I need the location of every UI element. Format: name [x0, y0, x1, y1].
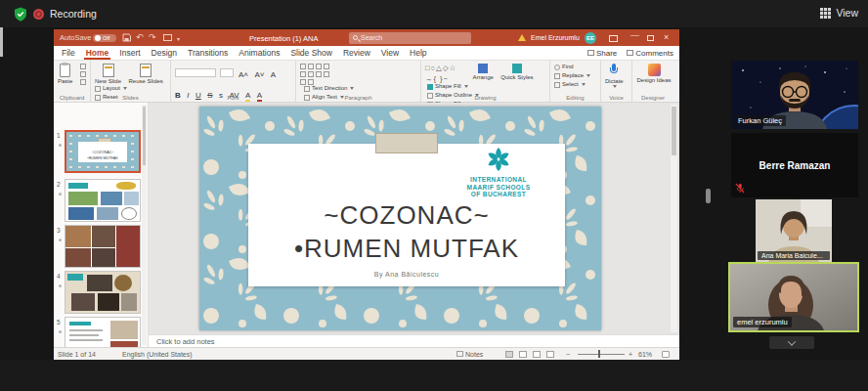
transition-dot-icon — [59, 239, 62, 241]
transition-dot-icon — [59, 193, 62, 196]
tab-insert[interactable]: Insert — [119, 46, 140, 60]
account-avatar[interactable]: EE — [585, 32, 596, 44]
slide-thumbnail-3[interactable] — [65, 225, 141, 268]
redo-icon[interactable]: ↷ — [149, 32, 156, 42]
minimize-icon[interactable]: — — [630, 30, 639, 40]
slide-thumbnail-5[interactable] — [65, 317, 141, 347]
recording-indicator[interactable]: Recording — [33, 8, 97, 20]
font-size-box[interactable] — [220, 68, 234, 77]
tab-help[interactable]: Help — [410, 46, 426, 60]
slide-counter[interactable]: Slide 1 of 14 — [58, 351, 96, 358]
notes-toggle[interactable]: Notes — [456, 351, 483, 358]
tab-review[interactable]: Review — [343, 46, 370, 60]
align-right-icon[interactable] — [316, 71, 322, 77]
format-painter-icon[interactable] — [80, 79, 86, 85]
bullets-icon[interactable] — [300, 64, 306, 69]
fit-to-window-icon[interactable] — [662, 351, 670, 358]
justify-icon[interactable] — [324, 71, 329, 77]
tab-home[interactable]: Home — [86, 46, 109, 60]
encryption-shield-icon[interactable] — [14, 7, 27, 22]
layout-button[interactable]: Layout — [95, 85, 129, 92]
dictate-button[interactable]: Dictate — [605, 64, 624, 88]
grid-view-icon — [820, 8, 831, 19]
new-slide-button[interactable]: New Slide — [95, 64, 121, 84]
tab-animations[interactable]: Animations — [239, 46, 280, 60]
undo-icon[interactable]: ↶ — [136, 32, 144, 42]
cut-icon[interactable] — [80, 64, 86, 69]
video-tile-furkan[interactable]: Furkan Güleç — [731, 61, 858, 129]
quick-styles-button[interactable]: Quick Styles — [500, 64, 533, 80]
shape-fill-button[interactable]: Shape Fill — [427, 83, 479, 90]
zoom-slider-track[interactable] — [578, 354, 625, 355]
canvas-scrollbar[interactable] — [671, 105, 677, 332]
slide-sorter-view-icon[interactable] — [519, 351, 527, 358]
zoom-out-icon[interactable]: − — [566, 351, 570, 358]
tab-slide-show[interactable]: Slide Show — [290, 46, 332, 60]
start-slideshow-icon[interactable] — [163, 34, 172, 41]
tab-view[interactable]: View — [381, 46, 399, 60]
close-icon[interactable]: × — [664, 32, 669, 42]
ribbon-tabs: File Home Insert Design Transitions Anim… — [54, 46, 679, 61]
video-tile-ana[interactable]: Ana Maria Baicule... — [756, 199, 832, 262]
zoom-slider-thumb[interactable] — [598, 350, 600, 358]
restore-icon[interactable] — [647, 35, 654, 41]
normal-view-icon[interactable] — [505, 351, 513, 358]
find-button[interactable]: Find — [554, 64, 590, 70]
save-icon[interactable] — [122, 33, 131, 42]
slide-canvas[interactable]: INTERNATIONAL MAARIF SCHOOLS OF BUCHARES… — [149, 103, 679, 334]
tab-design[interactable]: Design — [152, 46, 177, 60]
thumbnail-scrollbar[interactable] — [142, 105, 147, 345]
participant-name: Berre Ramazan — [731, 133, 858, 197]
replace-button[interactable]: Replace — [554, 72, 590, 79]
tab-transitions[interactable]: Transitions — [188, 46, 228, 60]
arrange-button[interactable]: Arrange — [472, 64, 493, 80]
reading-view-icon[interactable] — [533, 351, 541, 358]
grow-font-icon[interactable]: A˄ — [239, 70, 248, 79]
slide-thumbnail-4[interactable] — [65, 271, 141, 314]
comments-button[interactable]: Comments — [627, 49, 673, 58]
numbering-icon[interactable] — [308, 64, 314, 69]
slide-title-line1: ~COZONAC~ — [248, 200, 565, 230]
transition-dot-icon — [59, 284, 62, 287]
search-input[interactable] — [361, 34, 458, 41]
tab-file[interactable]: File — [62, 46, 75, 60]
slide-editor[interactable]: INTERNATIONAL MAARIF SCHOOLS OF BUCHARES… — [199, 107, 601, 330]
align-left-icon[interactable] — [300, 71, 306, 77]
panel-resize-handle[interactable] — [706, 189, 711, 203]
shrink-font-icon[interactable]: A˅ — [254, 70, 264, 79]
ribbon-display-options-icon[interactable] — [609, 35, 618, 42]
reuse-slides-button[interactable]: Reuse Slides — [128, 64, 162, 84]
shapes-gallery[interactable]: □○△◇☆ — [425, 64, 468, 72]
clear-format-icon[interactable]: A — [271, 70, 276, 79]
slide-title-card[interactable]: INTERNATIONAL MAARIF SCHOOLS OF BUCHARES… — [248, 144, 565, 286]
video-tile-berre[interactable]: Berre Ramazan — [731, 133, 858, 197]
more-participants-button[interactable] — [769, 336, 814, 349]
align-center-icon[interactable] — [308, 71, 314, 77]
slide-thumbnail-2[interactable] — [65, 179, 141, 222]
video-tile-emel-active-speaker[interactable]: emel erzurumlu — [730, 264, 857, 330]
paste-button[interactable]: Paste — [58, 64, 72, 84]
shapes-gallery-row2[interactable]: →{ }~ — [425, 74, 468, 83]
search-bar[interactable] — [349, 32, 471, 44]
indent-right-icon[interactable] — [324, 64, 329, 69]
autosave-toggle[interactable]: Off — [93, 34, 116, 42]
view-button[interactable]: View — [820, 7, 858, 19]
zoom-percentage[interactable]: 61% — [638, 351, 652, 358]
quick-access-caret-icon[interactable]: ▾ — [177, 34, 180, 44]
notes-pane[interactable]: Click to add notes — [149, 334, 679, 347]
participant-name: Ana Maria Baicule... — [758, 251, 830, 260]
account-user-name[interactable]: Emel Erzurumlu — [531, 34, 580, 41]
font-name-box[interactable] — [175, 68, 216, 77]
copy-icon[interactable] — [80, 71, 86, 77]
warning-icon[interactable] — [518, 34, 526, 41]
text-direction-button[interactable]: Text Direction — [304, 85, 370, 92]
slide-thumbnail-1[interactable]: ~COZONAC~•RUMEN MUTFAK — [65, 130, 141, 173]
indent-left-icon[interactable] — [316, 64, 322, 69]
zoom-in-icon[interactable]: + — [629, 351, 632, 358]
select-button[interactable]: Select — [554, 81, 590, 88]
autosave-label: AutoSave — [60, 33, 92, 42]
share-button[interactable]: Share — [587, 49, 617, 58]
design-ideas-button[interactable]: Design Ideas — [636, 64, 672, 83]
language-status[interactable]: English (United States) — [122, 351, 193, 358]
slideshow-view-icon[interactable] — [546, 351, 554, 358]
